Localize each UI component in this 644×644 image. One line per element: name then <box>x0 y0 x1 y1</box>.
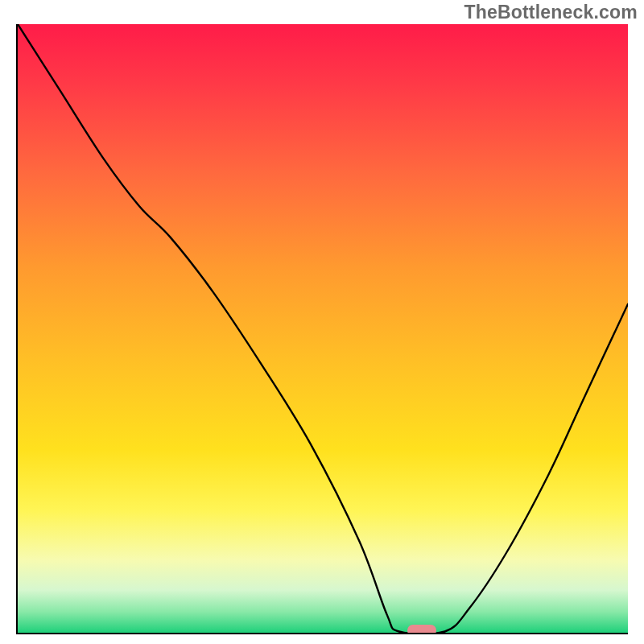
bottleneck-curve <box>18 24 628 633</box>
optimal-point-marker <box>407 625 436 634</box>
bottleneck-chart: TheBottleneck.com <box>0 0 644 644</box>
curve-path <box>18 24 628 633</box>
plot-area <box>16 24 628 634</box>
watermark-text: TheBottleneck.com <box>464 2 638 23</box>
